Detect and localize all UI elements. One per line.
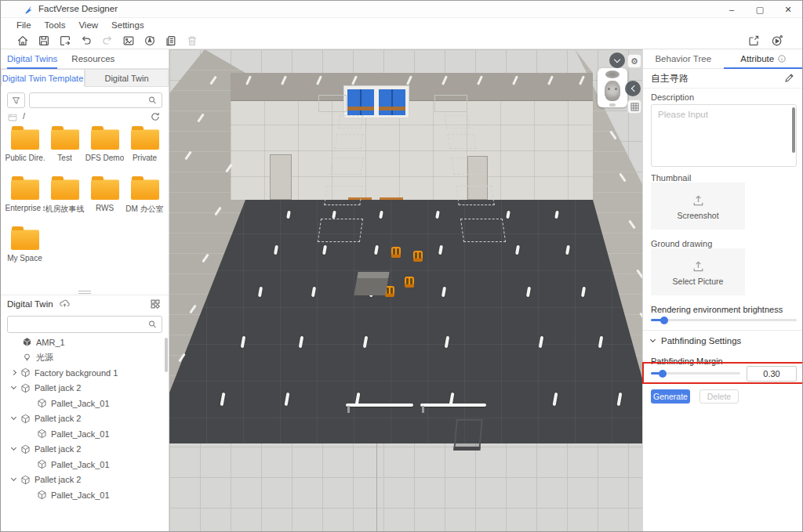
tree-item[interactable]: Pallet_Jack_01 — [1, 396, 169, 411]
folder-item[interactable]: My Space — [5, 225, 45, 273]
tree-item[interactable]: AMR_1 — [1, 335, 169, 350]
tree-item[interactable]: Pallet jack 2 — [1, 381, 169, 396]
description-scrollbar[interactable] — [792, 107, 795, 153]
maximize-button[interactable]: ▢ — [746, 1, 774, 18]
funnel-icon — [11, 96, 21, 106]
chevron-down-icon[interactable] — [11, 476, 16, 481]
save-button[interactable] — [37, 34, 50, 47]
panel-splitter[interactable] — [1, 291, 169, 294]
folder-item[interactable]: DFS Demo — [85, 125, 125, 173]
twin-search — [7, 316, 162, 333]
run-button[interactable] — [770, 34, 783, 48]
subtab-digital-twin[interactable]: Digital Twin — [85, 69, 169, 87]
screenshot-button[interactable]: Screenshot — [651, 183, 745, 230]
door-sill — [380, 197, 403, 200]
folder-item[interactable]: 机房故事线 — [45, 175, 85, 223]
chevron-down-icon[interactable] — [11, 384, 16, 389]
description-field-wrap — [651, 104, 797, 167]
cube-icon — [37, 429, 47, 439]
filter-button[interactable] — [7, 92, 25, 108]
tab-behavior-tree[interactable]: Behavior Tree — [643, 49, 724, 68]
refresh-icon[interactable] — [150, 111, 161, 122]
margin-slider-handle[interactable] — [659, 370, 667, 378]
description-input[interactable] — [652, 105, 796, 166]
floor-marker — [445, 115, 470, 128]
close-button[interactable]: ✕ — [774, 1, 802, 18]
folder-item[interactable]: Enterprise s… — [5, 175, 45, 223]
folder-item[interactable]: Public Dire… — [5, 125, 45, 173]
camera-collapse-button[interactable] — [609, 52, 625, 68]
folder-item[interactable]: DM 办公室 — [125, 175, 165, 223]
undo-button[interactable] — [79, 34, 93, 47]
pathfinding-margin-input[interactable] — [747, 366, 797, 382]
cube-icon — [37, 490, 47, 500]
tab-resources[interactable]: Resources — [71, 49, 114, 69]
folder-icon — [51, 129, 79, 150]
viewport-settings-gear-icon[interactable]: ⚙ — [627, 54, 641, 68]
duplicate-button[interactable] — [164, 34, 177, 47]
chevron-right-icon[interactable] — [11, 370, 16, 375]
menu-view[interactable]: View — [78, 20, 98, 30]
head-bottom-face — [609, 103, 616, 107]
breadcrumb[interactable]: / — [23, 111, 25, 121]
delete-button[interactable]: Delete — [699, 389, 739, 404]
cloud-upload-icon[interactable] — [59, 298, 71, 309]
tab-attribute[interactable]: Attribute — [724, 49, 803, 68]
folder-item[interactable]: RWS — [85, 175, 125, 223]
3d-viewport[interactable]: ⚙ — [169, 49, 642, 532]
title-bar: FactVerse Designer – ▢ ✕ — [1, 1, 802, 18]
left-panel-subtabs: Digital Twin Template Digital Twin — [1, 69, 169, 87]
delete-button[interactable] — [185, 34, 198, 47]
view-orientation-cube[interactable] — [598, 68, 627, 107]
locate-button[interactable] — [143, 34, 156, 47]
brightness-slider[interactable] — [651, 319, 797, 321]
chevron-down-icon[interactable] — [11, 414, 16, 420]
redo-button[interactable] — [100, 34, 114, 47]
save-as-button[interactable] — [58, 34, 71, 47]
import-icon[interactable] — [7, 112, 18, 123]
component-manager-icon[interactable] — [150, 299, 161, 309]
tree-item[interactable]: Pallet jack 2 — [1, 411, 169, 427]
snapshot-button[interactable] — [122, 34, 135, 47]
folder-label: Enterprise s… — [5, 204, 45, 212]
tree-item-label: Pallet_Jack_01 — [51, 429, 110, 439]
amr-icon — [22, 337, 32, 347]
pathfinding-margin-slider[interactable] — [651, 372, 740, 375]
cube-icon — [37, 459, 47, 469]
subtab-digital-twin-template[interactable]: Digital Twin Template — [1, 69, 85, 87]
light-icon — [22, 353, 32, 363]
tree-item-label: Pallet jack 2 — [35, 475, 81, 484]
folder-item[interactable]: Test — [45, 125, 85, 173]
tree-item[interactable]: Pallet_Jack_01 — [1, 487, 169, 503]
twin-search-input[interactable] — [8, 317, 143, 332]
menu-file[interactable]: File — [16, 20, 31, 30]
floor-marker — [324, 186, 363, 205]
folder-item[interactable]: Private — [125, 125, 165, 173]
tree-item[interactable]: 光源 — [1, 350, 169, 366]
chevron-down-icon[interactable] — [11, 445, 16, 451]
tree-item[interactable]: Pallet jack 2 — [1, 472, 169, 488]
select-picture-button[interactable]: Select Picture — [651, 248, 745, 295]
tab-digital-twins[interactable]: Digital Twins — [7, 49, 57, 69]
generate-button[interactable]: Generate — [651, 389, 690, 404]
minimize-button[interactable]: – — [718, 1, 746, 18]
gray-door — [270, 154, 292, 200]
template-search-input[interactable] — [30, 94, 143, 108]
tree-item[interactable]: Pallet_Jack_01 — [1, 426, 169, 442]
tree-scrollbar[interactable] — [165, 338, 168, 372]
grid-toggle-icon[interactable] — [627, 100, 641, 114]
head-front-face — [605, 81, 620, 101]
floor-seam — [376, 443, 377, 532]
edit-pencil-icon[interactable] — [783, 73, 794, 84]
floor-marker — [460, 219, 506, 242]
menu-settings[interactable]: Settings — [111, 20, 144, 30]
tree-item[interactable]: Factory background 1 — [1, 365, 169, 381]
tree-item[interactable]: Pallet_Jack_01 — [1, 457, 169, 472]
pathfinding-settings-section[interactable]: Pathfinding Settings — [651, 336, 741, 346]
preview-button[interactable] — [747, 34, 760, 48]
menu-tools[interactable]: Tools — [45, 20, 66, 30]
tree-item[interactable]: Pallet jack 2 — [1, 442, 169, 458]
panel-collapse-button[interactable] — [625, 81, 641, 96]
home-button[interactable] — [16, 34, 29, 47]
brightness-slider-handle[interactable] — [660, 317, 668, 324]
